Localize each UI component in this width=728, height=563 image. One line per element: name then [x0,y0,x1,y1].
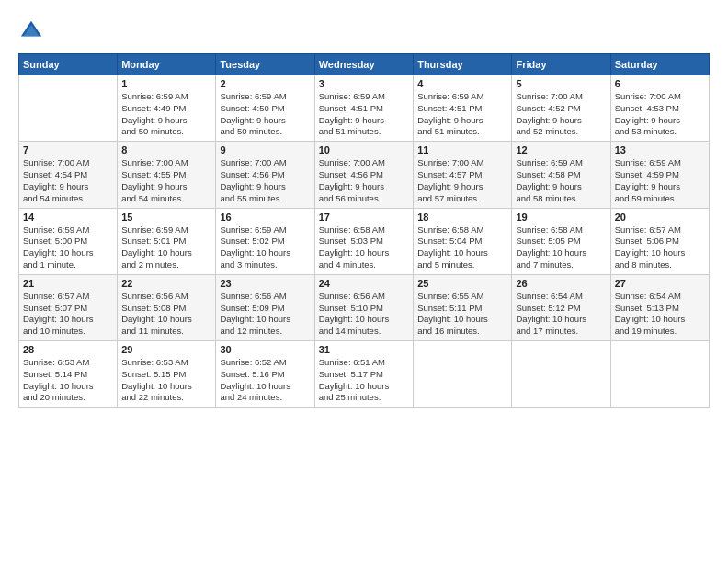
day-info: Sunrise: 6:54 AM Sunset: 5:12 PM Dayligh… [516,291,606,338]
day-number: 8 [121,144,211,155]
day-info: Sunrise: 6:59 AM Sunset: 4:50 PM Dayligh… [220,91,310,138]
day-info: Sunrise: 6:54 AM Sunset: 5:13 PM Dayligh… [615,291,705,338]
day-number: 21 [23,278,113,289]
day-header-saturday: Saturday [610,54,709,75]
calendar-cell: 9Sunrise: 7:00 AM Sunset: 4:56 PM Daylig… [216,142,314,208]
day-number: 1 [121,78,211,89]
calendar-cell: 27Sunrise: 6:54 AM Sunset: 5:13 PM Dayli… [610,274,709,340]
calendar-cell: 17Sunrise: 6:58 AM Sunset: 5:03 PM Dayli… [314,208,413,274]
calendar-cell: 28Sunrise: 6:53 AM Sunset: 5:14 PM Dayli… [19,341,118,408]
day-header-friday: Friday [512,54,610,75]
calendar-week-1: 1Sunrise: 6:59 AM Sunset: 4:49 PM Daylig… [19,75,710,142]
calendar-cell [512,341,610,408]
day-number: 27 [615,278,705,289]
day-header-monday: Monday [118,54,216,75]
day-info: Sunrise: 6:53 AM Sunset: 5:14 PM Dayligh… [23,357,113,404]
day-info: Sunrise: 6:56 AM Sunset: 5:10 PM Dayligh… [319,291,409,338]
calendar-cell [414,341,512,408]
calendar-cell: 29Sunrise: 6:53 AM Sunset: 5:15 PM Dayli… [118,341,216,408]
calendar-cell: 31Sunrise: 6:51 AM Sunset: 5:17 PM Dayli… [314,341,413,408]
day-number: 25 [417,278,507,289]
day-number: 12 [516,144,606,155]
page: SundayMondayTuesdayWednesdayThursdayFrid… [0,0,728,563]
calendar-cell: 14Sunrise: 6:59 AM Sunset: 5:00 PM Dayli… [19,208,118,274]
calendar-cell: 15Sunrise: 6:59 AM Sunset: 5:01 PM Dayli… [118,208,216,274]
calendar-cell: 10Sunrise: 7:00 AM Sunset: 4:56 PM Dayli… [314,142,413,208]
calendar-cell: 12Sunrise: 6:59 AM Sunset: 4:58 PM Dayli… [512,142,610,208]
day-number: 14 [23,212,113,223]
day-number: 26 [516,278,606,289]
day-number: 6 [615,78,705,89]
day-info: Sunrise: 7:00 AM Sunset: 4:56 PM Dayligh… [319,157,409,204]
calendar-week-5: 28Sunrise: 6:53 AM Sunset: 5:14 PM Dayli… [19,341,710,408]
day-info: Sunrise: 6:51 AM Sunset: 5:17 PM Dayligh… [319,357,409,404]
calendar-cell: 11Sunrise: 7:00 AM Sunset: 4:57 PM Dayli… [414,142,512,208]
day-info: Sunrise: 6:59 AM Sunset: 4:59 PM Dayligh… [615,157,705,204]
day-info: Sunrise: 7:00 AM Sunset: 4:54 PM Dayligh… [23,157,113,204]
calendar-cell: 4Sunrise: 6:59 AM Sunset: 4:51 PM Daylig… [414,75,512,142]
day-info: Sunrise: 6:53 AM Sunset: 5:15 PM Dayligh… [121,357,211,404]
day-info: Sunrise: 6:59 AM Sunset: 4:51 PM Dayligh… [417,91,507,138]
day-info: Sunrise: 7:00 AM Sunset: 4:52 PM Dayligh… [516,91,606,138]
calendar-cell: 5Sunrise: 7:00 AM Sunset: 4:52 PM Daylig… [512,75,610,142]
calendar-week-3: 14Sunrise: 6:59 AM Sunset: 5:00 PM Dayli… [19,208,710,274]
calendar-cell: 25Sunrise: 6:55 AM Sunset: 5:11 PM Dayli… [414,274,512,340]
day-number: 15 [121,212,211,223]
day-info: Sunrise: 6:59 AM Sunset: 4:49 PM Dayligh… [121,91,211,138]
day-header-wednesday: Wednesday [314,54,413,75]
day-number: 4 [417,78,507,89]
day-number: 13 [615,144,705,155]
day-info: Sunrise: 6:56 AM Sunset: 5:09 PM Dayligh… [220,291,310,338]
day-number: 18 [417,212,507,223]
calendar-cell: 26Sunrise: 6:54 AM Sunset: 5:12 PM Dayli… [512,274,610,340]
day-number: 22 [121,278,211,289]
day-number: 16 [220,212,310,223]
day-header-tuesday: Tuesday [216,54,314,75]
day-info: Sunrise: 6:57 AM Sunset: 5:06 PM Dayligh… [615,224,705,271]
day-info: Sunrise: 6:58 AM Sunset: 5:04 PM Dayligh… [417,224,507,271]
day-number: 10 [319,144,409,155]
calendar-cell: 1Sunrise: 6:59 AM Sunset: 4:49 PM Daylig… [118,75,216,142]
calendar-week-2: 7Sunrise: 7:00 AM Sunset: 4:54 PM Daylig… [19,142,710,208]
calendar-week-4: 21Sunrise: 6:57 AM Sunset: 5:07 PM Dayli… [19,274,710,340]
day-number: 20 [615,212,705,223]
logo-icon [18,18,44,44]
calendar-cell [19,75,118,142]
day-info: Sunrise: 6:58 AM Sunset: 5:05 PM Dayligh… [516,224,606,271]
calendar-cell: 18Sunrise: 6:58 AM Sunset: 5:04 PM Dayli… [414,208,512,274]
day-info: Sunrise: 6:57 AM Sunset: 5:07 PM Dayligh… [23,291,113,338]
day-info: Sunrise: 6:58 AM Sunset: 5:03 PM Dayligh… [319,224,409,271]
day-number: 2 [220,78,310,89]
calendar-cell: 20Sunrise: 6:57 AM Sunset: 5:06 PM Dayli… [610,208,709,274]
calendar-cell: 2Sunrise: 6:59 AM Sunset: 4:50 PM Daylig… [216,75,314,142]
header [18,18,710,44]
day-info: Sunrise: 6:59 AM Sunset: 4:51 PM Dayligh… [319,91,409,138]
day-number: 11 [417,144,507,155]
calendar-header-row: SundayMondayTuesdayWednesdayThursdayFrid… [19,54,710,75]
day-number: 23 [220,278,310,289]
logo [18,18,46,44]
day-info: Sunrise: 6:55 AM Sunset: 5:11 PM Dayligh… [417,291,507,338]
calendar-cell: 8Sunrise: 7:00 AM Sunset: 4:55 PM Daylig… [118,142,216,208]
day-number: 7 [23,144,113,155]
day-info: Sunrise: 6:56 AM Sunset: 5:08 PM Dayligh… [121,291,211,338]
day-info: Sunrise: 6:59 AM Sunset: 5:02 PM Dayligh… [220,224,310,271]
calendar-cell [610,341,709,408]
day-info: Sunrise: 7:00 AM Sunset: 4:56 PM Dayligh… [220,157,310,204]
calendar-cell: 6Sunrise: 7:00 AM Sunset: 4:53 PM Daylig… [610,75,709,142]
calendar-cell: 24Sunrise: 6:56 AM Sunset: 5:10 PM Dayli… [314,274,413,340]
day-info: Sunrise: 7:00 AM Sunset: 4:53 PM Dayligh… [615,91,705,138]
day-number: 9 [220,144,310,155]
day-info: Sunrise: 7:00 AM Sunset: 4:55 PM Dayligh… [121,157,211,204]
calendar-cell: 7Sunrise: 7:00 AM Sunset: 4:54 PM Daylig… [19,142,118,208]
calendar-table: SundayMondayTuesdayWednesdayThursdayFrid… [18,53,710,408]
day-number: 29 [121,344,211,355]
day-info: Sunrise: 7:00 AM Sunset: 4:57 PM Dayligh… [417,157,507,204]
day-header-sunday: Sunday [19,54,118,75]
calendar-cell: 21Sunrise: 6:57 AM Sunset: 5:07 PM Dayli… [19,274,118,340]
calendar-cell: 16Sunrise: 6:59 AM Sunset: 5:02 PM Dayli… [216,208,314,274]
day-number: 3 [319,78,409,89]
day-header-thursday: Thursday [414,54,512,75]
calendar-cell: 30Sunrise: 6:52 AM Sunset: 5:16 PM Dayli… [216,341,314,408]
day-info: Sunrise: 6:52 AM Sunset: 5:16 PM Dayligh… [220,357,310,404]
